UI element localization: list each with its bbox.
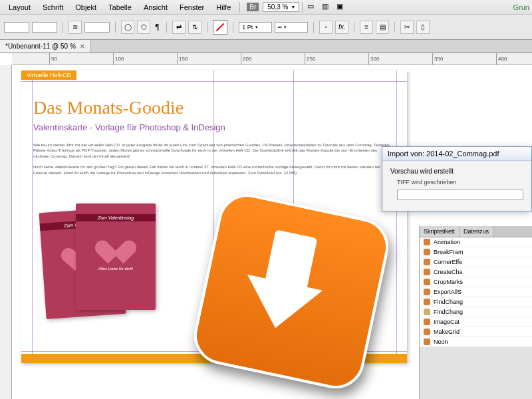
ruler-tick: 400 <box>496 53 507 65</box>
align-icon[interactable]: ≡ <box>360 21 373 34</box>
polygon-tool-icon[interactable]: ⬠ <box>137 21 150 34</box>
menu-fenster[interactable]: Fenster <box>174 2 210 13</box>
workspace-label[interactable]: Grun <box>513 3 529 11</box>
menu-ansicht[interactable]: Ansicht <box>138 2 174 13</box>
document-tab-bar: *Unbenannt-11 @ 50 % ✕ <box>0 40 532 53</box>
separator <box>313 22 314 33</box>
crop-icon[interactable]: ✂ <box>400 21 414 34</box>
separator <box>394 22 395 33</box>
script-row[interactable]: Neon <box>420 337 532 347</box>
ruler-tick: 50 <box>49 53 57 65</box>
separator <box>207 22 207 33</box>
scripts-list: AnimationBreakFramCornerEffeCreateChaCro… <box>420 237 532 347</box>
menu-layout[interactable]: Layout <box>3 2 37 13</box>
script-row[interactable]: ExportAllS <box>420 287 532 297</box>
menu-tabelle[interactable]: Tabelle <box>102 2 138 13</box>
wrap-offset-field[interactable] <box>84 22 110 33</box>
coord-x-field[interactable] <box>4 22 29 33</box>
stroke-weight-dropdown[interactable]: 1 Pt <box>239 22 272 33</box>
menu-bar: Layout Schrift Objekt Tabelle Ansicht Fe… <box>0 0 532 15</box>
folder-icon <box>424 309 430 315</box>
card-ribbon: Zum Valentinstag <box>76 214 156 221</box>
script-name: FindChang <box>434 299 463 305</box>
flip-h-icon[interactable]: ⇄ <box>172 21 186 34</box>
script-row[interactable]: CropMarks <box>420 277 532 287</box>
script-row[interactable]: FindChang <box>420 307 532 317</box>
ruler-tick: 100 <box>113 53 124 65</box>
document-tab[interactable]: *Unbenannt-11 @ 50 % ✕ <box>0 40 91 53</box>
script-name: MakeGrid <box>434 329 460 335</box>
script-name: CropMarks <box>434 279 463 285</box>
separator <box>115 22 116 33</box>
drop-shadow-icon[interactable]: ▫ <box>319 21 332 34</box>
separator <box>63 22 63 33</box>
scripts-panel: Skriptetikett Datenzus AnimationBreakFra… <box>419 226 532 399</box>
dialog-titlebar[interactable]: Import von: 2014-02_Commag.pdf <box>382 147 531 161</box>
dialog-status-text: Vorschau wird erstellt <box>390 168 523 175</box>
paragraph-icon[interactable]: ¶ <box>155 22 159 32</box>
script-icon <box>424 289 430 295</box>
ruler-vertical[interactable] <box>0 65 12 399</box>
script-icon <box>424 338 430 345</box>
guide-vertical[interactable] <box>396 70 397 363</box>
script-name: Animation <box>434 239 460 245</box>
document-tab-title: *Unbenannt-11 @ 50 % <box>5 43 76 50</box>
download-logo[interactable] <box>189 189 394 394</box>
menu-objekt[interactable]: Objekt <box>69 2 102 13</box>
fx-icon[interactable]: fx. <box>335 21 348 34</box>
bridge-button[interactable]: Br <box>247 3 259 11</box>
arrange-icon[interactable]: ▥ <box>322 2 332 13</box>
dialog-substatus-text: TIFF wird geschrieben <box>390 179 523 186</box>
script-row[interactable]: MakeGrid <box>420 327 532 337</box>
script-row[interactable]: CornerEffe <box>420 257 532 267</box>
flip-v-icon[interactable]: ⇅ <box>188 21 201 34</box>
heart-icon <box>102 231 129 255</box>
circle-tool-icon[interactable]: ◯ <box>121 21 134 34</box>
menu-schrift[interactable]: Schrift <box>37 2 69 13</box>
script-row[interactable]: ImageCat <box>420 317 532 327</box>
text-wrap-icon[interactable]: ≋ <box>68 21 82 34</box>
valentine-card-front: Zum Valentinstag Alles Liebe für dich! <box>76 203 156 310</box>
script-icon <box>424 319 430 325</box>
guide-vertical[interactable] <box>32 70 33 363</box>
close-tab-icon[interactable]: ✕ <box>80 43 85 50</box>
separator <box>239 2 240 13</box>
stroke-style-dropdown[interactable]: ━ <box>275 22 308 33</box>
progress-bar <box>397 190 523 200</box>
script-row[interactable]: BreakFram <box>420 247 532 257</box>
script-name: FindChang <box>434 309 463 315</box>
script-row[interactable]: FindChang <box>420 297 532 307</box>
section-tag: Virtuelle Heft-CD <box>21 70 76 80</box>
fill-swatch[interactable] <box>213 20 227 35</box>
script-name: ExportAllS <box>434 289 462 295</box>
script-icon <box>424 329 430 335</box>
script-name: ImageCat <box>434 319 460 325</box>
zoom-dropdown[interactable]: 50,3 % <box>263 2 299 12</box>
ruler-tick: 200 <box>241 53 251 65</box>
separator <box>354 22 354 33</box>
script-icon <box>424 299 430 305</box>
script-row[interactable]: Animation <box>420 237 532 247</box>
guide-horizontal[interactable] <box>21 81 407 82</box>
script-name: BreakFram <box>434 249 464 255</box>
separator <box>233 22 233 33</box>
script-icon <box>424 259 430 265</box>
script-icon <box>424 239 430 245</box>
frame-icon[interactable]: ▯ <box>416 21 430 34</box>
body-text-frame[interactable]: Wie bei im vierten Jahr mit der virtuell… <box>33 142 394 181</box>
panel-tab-datenzus[interactable]: Datenzus <box>460 226 493 237</box>
ruler-tick: 250 <box>305 53 315 65</box>
menu-hilfe[interactable]: Hilfe <box>210 2 237 13</box>
panel-tab-skriptetikett[interactable]: Skriptetikett <box>420 226 460 237</box>
ruler-tick: 150 <box>177 53 188 65</box>
screen-mode-icon[interactable]: ▣ <box>336 2 347 13</box>
control-bar: ≋ ◯ ⬠ ¶ ⇄ ⇅ 1 Pt ━ ▫ fx. ≡ ▤ ✂ ▯ <box>0 15 532 40</box>
headline[interactable]: Das Monats-Goodie <box>33 97 184 118</box>
import-dialog: Import von: 2014-02_Commag.pdf Vorschau … <box>382 146 532 211</box>
view-mode-icon[interactable]: ▭ <box>307 2 318 13</box>
coord-y-field[interactable] <box>32 22 57 33</box>
subheadline[interactable]: Valentinskarte - Vorlage für Photoshop &… <box>33 122 225 132</box>
script-row[interactable]: CreateCha <box>420 267 532 277</box>
ruler-horizontal[interactable]: 50 100 150 200 250 300 350 400 <box>12 53 532 65</box>
textframe-icon[interactable]: ▤ <box>376 21 389 34</box>
